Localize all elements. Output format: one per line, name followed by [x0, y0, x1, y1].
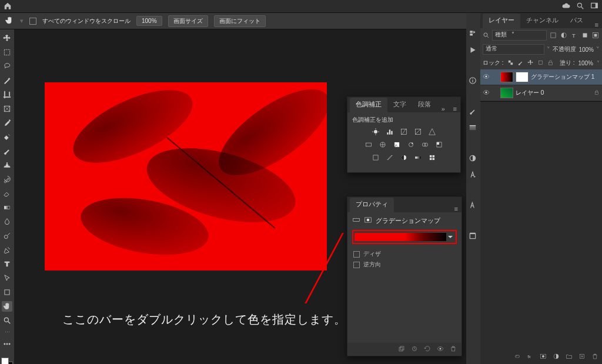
crop-tool-icon[interactable]: [2, 89, 12, 100]
history-panel-icon[interactable]: [469, 29, 478, 39]
layer-style-icon[interactable]: fx: [527, 353, 534, 361]
posterize-icon[interactable]: [386, 153, 394, 163]
brushes-panel-icon[interactable]: [469, 107, 478, 116]
curves-icon[interactable]: [400, 128, 408, 137]
filter-shape-icon[interactable]: [581, 31, 589, 39]
workspace-icon[interactable]: [590, 2, 598, 11]
gradient-bar[interactable]: [354, 233, 446, 241]
filter-type-icon[interactable]: T: [570, 31, 578, 39]
edit-toolbar-icon[interactable]: [2, 339, 12, 349]
panel-menu-icon[interactable]: ≡: [591, 21, 602, 28]
clone-stamp-tool-icon[interactable]: [2, 160, 12, 171]
character-panel-icon[interactable]: [469, 171, 478, 180]
path-select-tool-icon[interactable]: [2, 273, 12, 283]
pen-tool-icon[interactable]: [2, 245, 12, 255]
delete-layer-icon[interactable]: [591, 353, 598, 361]
magic-wand-tool-icon[interactable]: [2, 75, 12, 86]
channel-mixer-icon[interactable]: [421, 141, 429, 150]
opacity-value[interactable]: 100%: [578, 46, 594, 53]
visibility-icon[interactable]: [483, 73, 490, 81]
fit-page-button[interactable]: 画面サイズ: [168, 15, 208, 27]
blend-mode-select[interactable]: 通常: [483, 44, 544, 55]
marquee-tool-icon[interactable]: [2, 47, 12, 58]
color-lookup-icon[interactable]: [435, 141, 443, 150]
move-tool-icon[interactable]: [2, 33, 12, 44]
new-adjustment-layer-icon[interactable]: [553, 353, 560, 361]
tab-adjustments[interactable]: 色調補正: [350, 98, 387, 112]
libraries-panel-icon[interactable]: [469, 232, 478, 241]
lock-artboard-icon[interactable]: [537, 59, 544, 67]
reverse-checkbox[interactable]: [353, 262, 360, 268]
filter-pixel-icon[interactable]: [549, 31, 557, 39]
healing-brush-tool-icon[interactable]: [2, 132, 12, 142]
tab-layers[interactable]: レイヤー: [483, 14, 520, 28]
history-brush-tool-icon[interactable]: [2, 174, 12, 185]
lock-pixels-icon[interactable]: [517, 59, 524, 67]
layer-name[interactable]: グラデーションマップ 1: [531, 73, 594, 81]
swatches-panel-icon[interactable]: [469, 154, 478, 163]
brush-tool-icon[interactable]: [2, 146, 12, 156]
hand-tool-icon[interactable]: [5, 16, 14, 26]
prev-state-icon[interactable]: [411, 345, 418, 353]
tab-channels[interactable]: チャンネル: [520, 14, 564, 28]
panel-collapse-icon[interactable]: »: [438, 105, 449, 112]
fill-value[interactable]: 100%: [578, 60, 593, 66]
brush-settings-panel-icon[interactable]: [469, 123, 478, 133]
clip-to-layer-icon[interactable]: [398, 345, 405, 353]
exposure-icon[interactable]: [414, 128, 422, 137]
add-mask-icon[interactable]: [540, 353, 547, 361]
delete-adjustment-icon[interactable]: [450, 345, 457, 353]
photo-filter-icon[interactable]: [407, 141, 415, 150]
gradient-map-icon[interactable]: [414, 153, 422, 163]
reset-icon[interactable]: [424, 345, 431, 353]
layer-row[interactable]: グラデーションマップ 1: [480, 69, 602, 85]
layer-mask-icon[interactable]: [364, 216, 372, 225]
zoom-level-field[interactable]: 100%: [136, 16, 162, 26]
type-tool-icon[interactable]: [2, 259, 12, 269]
actions-panel-icon[interactable]: [469, 46, 478, 55]
panel-menu-icon[interactable]: ≡: [451, 205, 461, 212]
lock-position-icon[interactable]: [527, 59, 534, 67]
vibrance-icon[interactable]: [428, 128, 436, 137]
gradient-tool-icon[interactable]: [2, 202, 12, 213]
zoom-tool-icon[interactable]: [2, 315, 12, 326]
invert-icon[interactable]: [372, 153, 380, 163]
tab-paragraph[interactable]: 段落: [412, 98, 437, 112]
hue-sat-icon[interactable]: [364, 141, 373, 150]
tab-character[interactable]: 文字: [387, 98, 412, 112]
selective-color-icon[interactable]: [428, 153, 436, 163]
blur-tool-icon[interactable]: [2, 216, 12, 227]
shape-tool-icon[interactable]: [2, 287, 12, 298]
tab-properties[interactable]: プロパティ: [350, 198, 394, 212]
layer-row[interactable]: レイヤー 0: [480, 85, 602, 101]
layer-filter-kind-select[interactable]: 種類 ˅: [492, 30, 547, 41]
new-group-icon[interactable]: [566, 353, 573, 361]
dither-checkbox[interactable]: [353, 251, 360, 258]
black-white-icon[interactable]: [393, 141, 401, 150]
fit-screen-button[interactable]: 画面にフィット: [214, 15, 266, 27]
visibility-icon[interactable]: [483, 89, 490, 97]
new-layer-icon[interactable]: [578, 353, 586, 361]
search-icon[interactable]: [576, 2, 584, 11]
cloud-icon[interactable]: [562, 2, 570, 11]
lasso-tool-icon[interactable]: [2, 61, 12, 72]
eraser-tool-icon[interactable]: [2, 188, 12, 199]
link-layers-icon[interactable]: [514, 353, 521, 361]
hand-tool-icon[interactable]: [2, 301, 12, 312]
frame-tool-icon[interactable]: [2, 103, 12, 114]
brightness-contrast-icon[interactable]: [372, 128, 380, 137]
mask-thumb-icon[interactable]: [516, 72, 529, 82]
panel-menu-icon[interactable]: ≡: [450, 105, 460, 112]
levels-icon[interactable]: [386, 128, 394, 137]
tab-paths[interactable]: パス: [564, 14, 589, 28]
eyedropper-tool-icon[interactable]: [2, 118, 12, 128]
scroll-all-windows-checkbox[interactable]: [29, 18, 36, 25]
layer-name[interactable]: レイヤー 0: [516, 89, 544, 97]
glyphs-panel-icon[interactable]: [469, 201, 478, 211]
foreground-background-color[interactable]: [1, 358, 13, 364]
lock-icon[interactable]: [594, 89, 600, 96]
color-balance-icon[interactable]: [379, 141, 387, 150]
dodge-tool-icon[interactable]: [2, 231, 12, 241]
filter-adjustment-icon[interactable]: [560, 31, 568, 39]
lock-all-icon[interactable]: [547, 59, 554, 67]
